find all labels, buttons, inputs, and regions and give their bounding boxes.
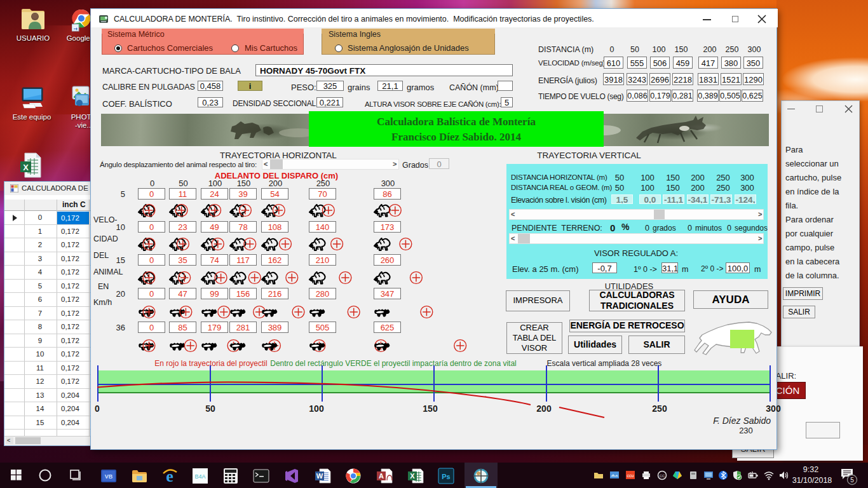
svg-text:5: 5 — [850, 477, 854, 484]
svg-text:Ps: Ps — [442, 473, 450, 480]
svg-text:ccu: ccu — [627, 473, 634, 478]
svg-text:A: A — [379, 472, 384, 480]
svg-text:X: X — [410, 472, 415, 480]
svg-text:X: X — [23, 163, 29, 172]
svg-text:B4A: B4A — [194, 473, 205, 480]
svg-text:VB: VB — [105, 473, 113, 480]
svg-text:W: W — [316, 472, 323, 480]
svg-text:CC: CC — [660, 474, 665, 478]
